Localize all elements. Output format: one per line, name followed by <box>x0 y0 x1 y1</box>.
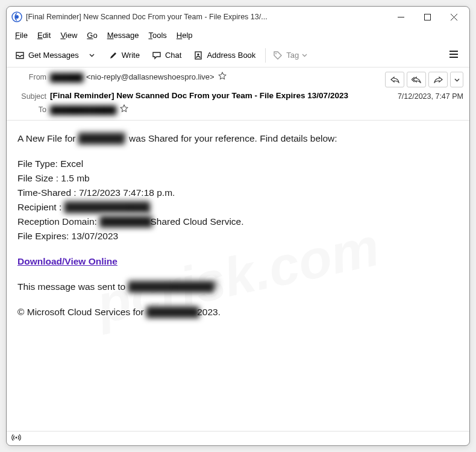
message-body: pcrisk.com A New File for ███████ was Sh… <box>7 121 469 431</box>
timestamp: 7/12/2023, 7:47 PM <box>398 91 463 101</box>
menu-tools[interactable]: Tools <box>143 30 171 41</box>
sent-to-label: This message was sent to <box>17 281 128 292</box>
reception-redacted: ████████ <box>99 215 148 224</box>
star-contact-button[interactable] <box>218 72 227 82</box>
chat-label: Chat <box>165 51 181 60</box>
get-messages-dropdown[interactable] <box>86 49 101 61</box>
address-book-button[interactable]: Address Book <box>189 47 260 64</box>
body-redacted-1: ███████ <box>78 131 127 140</box>
hamburger-icon <box>449 50 459 58</box>
menu-view[interactable]: View <box>55 30 82 41</box>
menu-go[interactable]: Go <box>82 30 102 41</box>
copyright-a: © Microsoft Cloud Services for <box>17 307 146 317</box>
write-label: Write <box>122 51 140 60</box>
titlebar: [Final Reminder] New Scanned Doc From yo… <box>7 7 469 27</box>
star-icon <box>218 72 227 80</box>
tag-label: Tag <box>286 51 299 60</box>
menu-file[interactable]: File <box>10 30 33 41</box>
app-window: [Final Reminder] New Scanned Doc From yo… <box>6 6 470 446</box>
write-button[interactable]: Write <box>104 47 145 64</box>
reply-icon <box>390 76 399 83</box>
chat-icon <box>152 51 161 60</box>
star-icon <box>120 104 128 113</box>
from-name-redacted: ██████ <box>50 73 84 81</box>
body-line1a: A New File for <box>17 133 78 143</box>
reception-label: Reception Domain: <box>17 216 99 227</box>
subject-text: [Final Reminder] New Scanned Doc From yo… <box>50 91 348 100</box>
reply-all-button[interactable] <box>407 72 426 87</box>
forward-button[interactable] <box>428 72 448 87</box>
toolbar: Get Messages Write Chat Address Book Tag <box>7 43 469 67</box>
download-link[interactable]: Download/View Online <box>17 256 117 266</box>
pencil-icon <box>108 51 118 60</box>
toolbar-separator <box>265 48 266 63</box>
chevron-down-icon <box>89 52 95 58</box>
recipient-redacted: █████████████ <box>64 200 149 209</box>
reply-button[interactable] <box>385 72 404 87</box>
menubar: File Edit View Go Message Tools Help <box>7 27 469 43</box>
svg-point-12 <box>16 436 17 438</box>
tag-button[interactable]: Tag <box>268 47 316 64</box>
recipient-label: Recipient : <box>17 202 64 212</box>
message-headers: From ██████ <nio-reply@dallasnewshoespro… <box>7 67 469 120</box>
statusbar <box>7 431 469 445</box>
star-recipient-button[interactable] <box>120 104 128 115</box>
chat-button[interactable]: Chat <box>147 47 186 64</box>
from-label: From <box>13 72 46 81</box>
copyright-redacted: ████████ <box>146 305 195 314</box>
maximize-button[interactable] <box>414 8 440 26</box>
tag-icon <box>273 51 283 60</box>
svg-point-7 <box>198 53 199 55</box>
reception-suffix: Shared Cloud Service. <box>148 216 243 227</box>
from-address: <nio-reply@dallasnewshoespro.live> <box>86 72 215 81</box>
more-actions-button[interactable] <box>450 72 463 87</box>
chevron-down-icon <box>454 77 460 83</box>
app-menu-button[interactable] <box>444 46 463 64</box>
body-line1b: was Shared for your reference. Find deta… <box>127 133 337 143</box>
window-title: [Final Reminder] New Scanned Doc From yo… <box>26 13 387 21</box>
file-type: File Type: Excel <box>17 159 83 169</box>
address-book-icon <box>193 51 203 60</box>
close-button[interactable] <box>440 8 467 26</box>
sent-to-redacted: █████████████ <box>128 280 219 289</box>
subject-label: Subject <box>13 91 46 101</box>
menu-message[interactable]: Message <box>102 30 144 41</box>
forward-icon <box>434 76 443 83</box>
svg-rect-3 <box>424 14 430 20</box>
get-messages-button[interactable]: Get Messages <box>10 47 84 64</box>
address-book-label: Address Book <box>207 51 255 60</box>
app-icon <box>11 11 22 22</box>
chevron-down-icon <box>302 52 307 58</box>
svg-point-8 <box>275 53 277 54</box>
time-shared: Time-Shared : 7/12/2023 7:47:18 p.m. <box>17 187 175 198</box>
reply-all-icon <box>412 76 422 83</box>
menu-help[interactable]: Help <box>172 30 198 41</box>
inbox-icon <box>15 51 25 60</box>
broadcast-icon[interactable] <box>11 433 21 444</box>
to-label: To <box>13 104 46 114</box>
file-expires: File Expires: 13/07/2023 <box>17 231 118 241</box>
get-messages-label: Get Messages <box>28 51 79 60</box>
to-redacted: ████████████ <box>50 105 116 114</box>
file-size: File Size : 1.5 mb <box>17 173 90 183</box>
header-action-buttons <box>383 72 463 87</box>
minimize-button[interactable] <box>387 8 414 26</box>
menu-edit[interactable]: Edit <box>33 30 55 41</box>
svg-point-1 <box>15 15 19 19</box>
